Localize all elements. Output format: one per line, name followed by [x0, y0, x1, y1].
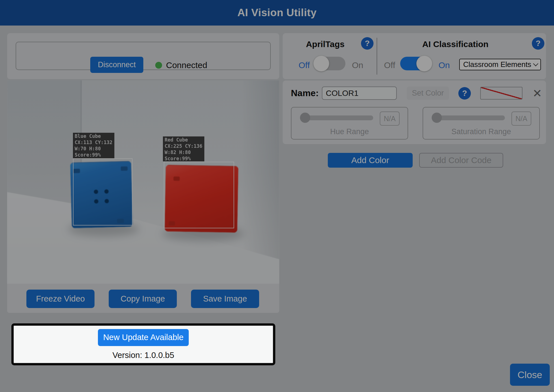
version-text: Version: 1.0.0.b5 [112, 351, 174, 360]
update-panel: New Update Available Version: 1.0.0.b5 [11, 323, 275, 365]
new-update-available-button[interactable]: New Update Available [98, 329, 189, 346]
